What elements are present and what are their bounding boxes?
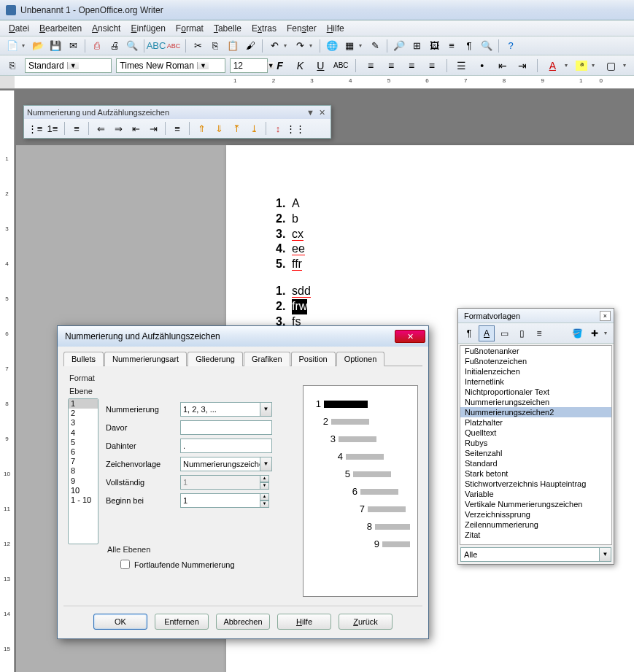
menu-extras[interactable]: Extras: [247, 22, 281, 35]
strike-icon[interactable]: ABC: [333, 58, 349, 74]
style-item[interactable]: Internetlink: [460, 376, 611, 387]
font-size-combo[interactable]: 12▼: [230, 58, 268, 73]
gallery-icon[interactable]: 🖼: [426, 38, 442, 54]
move-down-icon[interactable]: ⇓: [211, 120, 227, 136]
abbrechen-button[interactable]: Abbrechen: [216, 614, 270, 630]
paragraph-styles-icon[interactable]: ¶: [461, 325, 477, 341]
indent-dec-icon[interactable]: ⇤: [495, 58, 511, 74]
restart-numbering-icon[interactable]: ↕: [270, 120, 286, 136]
style-item[interactable]: Nummerierungszeichen2: [460, 407, 611, 417]
tab-grafiken[interactable]: Grafiken: [244, 352, 290, 366]
tab-bullets[interactable]: Bullets: [63, 352, 104, 366]
bullet-list-icon[interactable]: •: [474, 58, 490, 74]
new-style-icon[interactable]: ✚: [587, 325, 603, 341]
underline-icon[interactable]: U: [312, 58, 328, 74]
style-item[interactable]: Zeilennummerierung: [460, 520, 611, 530]
redo-icon[interactable]: ↷: [292, 38, 308, 54]
autospell-icon[interactable]: ABC: [166, 38, 182, 54]
subtab-right-icon[interactable]: ⇥: [145, 120, 161, 136]
draw-icon[interactable]: ✎: [367, 38, 383, 54]
style-item[interactable]: Nummerierungszeichen: [460, 397, 611, 407]
style-item[interactable]: Variable: [460, 489, 611, 499]
zurueck-button[interactable]: Zurück: [339, 614, 393, 630]
horizontal-ruler[interactable]: 1 2 3 4 5 6 7 8 9 10 11 12: [0, 76, 634, 89]
move-sub-up-icon[interactable]: ⤒: [228, 120, 244, 136]
align-justify-icon[interactable]: ≡: [424, 58, 440, 74]
save-icon[interactable]: 💾: [47, 38, 63, 54]
style-item[interactable]: Stark betont: [460, 468, 611, 479]
tab-gliederung[interactable]: Gliederung: [188, 352, 243, 366]
frame-styles-icon[interactable]: ▭: [496, 325, 512, 341]
nonprint-icon[interactable]: ¶: [461, 38, 477, 54]
fill-format-icon[interactable]: 🪣: [569, 325, 585, 341]
list-item[interactable]: 4.ee: [276, 242, 585, 257]
spin-down-icon[interactable]: ▼: [260, 482, 269, 490]
move-sub-down-icon[interactable]: ⤓: [246, 120, 262, 136]
character-styles-icon[interactable]: A: [479, 325, 495, 341]
style-item[interactable]: Standard: [460, 458, 611, 468]
page-styles-icon[interactable]: ▯: [514, 325, 530, 341]
bold-icon[interactable]: F: [272, 58, 288, 74]
new-icon[interactable]: 📄: [4, 38, 20, 54]
vertical-ruler[interactable]: 12345678910111213141516: [0, 90, 15, 672]
hilfe-button[interactable]: Hilfe: [277, 614, 331, 630]
style-item[interactable]: Nichtproportionaler Text: [460, 387, 611, 397]
font-color-icon[interactable]: A: [544, 58, 560, 74]
dialog-titlebar[interactable]: Nummerierung und Aufzählungszeichen ✕: [58, 326, 428, 347]
fortlaufend-checkbox[interactable]: [120, 560, 130, 569]
spin-up-icon[interactable]: ▲: [260, 475, 269, 482]
spin-up-icon[interactable]: ▲: [260, 493, 269, 501]
hyperlink-icon[interactable]: 🌐: [324, 38, 340, 54]
navigator-icon[interactable]: ⊞: [409, 38, 425, 54]
bgcolor-icon[interactable]: ▢: [603, 58, 619, 74]
menu-ansicht[interactable]: Ansicht: [88, 22, 125, 35]
styles-list[interactable]: FußnotenankerFußnotenzeichenInitialenzei…: [460, 345, 612, 545]
float-toolbar-dropdown[interactable]: ▼: [304, 108, 317, 117]
tab-optionen[interactable]: Optionen: [336, 352, 385, 366]
no-number-icon[interactable]: ≡: [169, 120, 185, 136]
zeichenvorlage-select[interactable]: Nummerierungszeichen: [180, 457, 260, 471]
paragraph-style-combo[interactable]: Standard▼: [25, 58, 112, 73]
email-icon[interactable]: ✉: [65, 38, 81, 54]
tab-left-icon[interactable]: ⇐: [93, 120, 109, 136]
style-item[interactable]: Stichwortverzeichnis Haupteintrag: [460, 479, 611, 489]
preview-icon[interactable]: 🔍: [124, 38, 140, 54]
spin-down-icon[interactable]: ▼: [260, 501, 269, 508]
align-left-icon[interactable]: ≡: [363, 58, 379, 74]
align-center-icon[interactable]: ≡: [383, 58, 399, 74]
entfernen-button[interactable]: Entfernen: [155, 614, 209, 630]
pdf-icon[interactable]: ⎙: [89, 38, 105, 54]
level-list[interactable]: 123456789101 - 10: [68, 398, 98, 544]
style-item[interactable]: Vertikale Nummerierungszeichen: [460, 499, 611, 509]
menu-hilfe[interactable]: Hilfe: [322, 22, 349, 35]
style-item[interactable]: Verzeichnissprung: [460, 509, 611, 520]
list-item[interactable]: 1.sdd: [276, 284, 585, 299]
open-icon[interactable]: 📂: [30, 38, 46, 54]
style-item[interactable]: Quelltext: [460, 428, 611, 438]
move-up-icon[interactable]: ⇑: [193, 120, 209, 136]
ok-button[interactable]: OK: [93, 614, 147, 630]
paste-icon[interactable]: 📋: [225, 38, 241, 54]
align-right-icon[interactable]: ≡: [403, 58, 420, 74]
tab-position[interactable]: Position: [291, 352, 336, 366]
menu-tabelle[interactable]: Tabelle: [209, 22, 246, 35]
menu-bearbeiten[interactable]: Bearbeiten: [35, 22, 86, 35]
help-icon[interactable]: ?: [503, 38, 519, 54]
dahinter-input[interactable]: [180, 439, 272, 453]
bullets-dialog-icon[interactable]: ⋮⋮: [287, 120, 304, 136]
font-name-combo[interactable]: Times New Roman▼: [116, 58, 225, 73]
datasource-icon[interactable]: ≡: [444, 38, 460, 54]
list-styles-icon[interactable]: ≡: [531, 325, 547, 341]
styles-icon[interactable]: ⎘: [4, 58, 20, 74]
style-item[interactable]: Rubys: [460, 438, 611, 448]
bullets-off-icon[interactable]: ⋮≡: [27, 120, 43, 136]
undo-icon[interactable]: ↶: [266, 38, 282, 54]
numbered-list-icon[interactable]: ☰: [454, 58, 470, 74]
style-item[interactable]: Fußnotenanker: [460, 346, 611, 356]
spellcheck-icon[interactable]: ABC: [148, 38, 164, 54]
dropdown-arrow-icon[interactable]: ▼: [600, 547, 611, 562]
table-icon[interactable]: ▦: [341, 38, 357, 54]
indent-inc-icon[interactable]: ⇥: [514, 58, 530, 74]
dropdown-arrow-icon[interactable]: ▼: [260, 457, 272, 471]
dropdown-arrow-icon[interactable]: ▼: [260, 402, 272, 417]
